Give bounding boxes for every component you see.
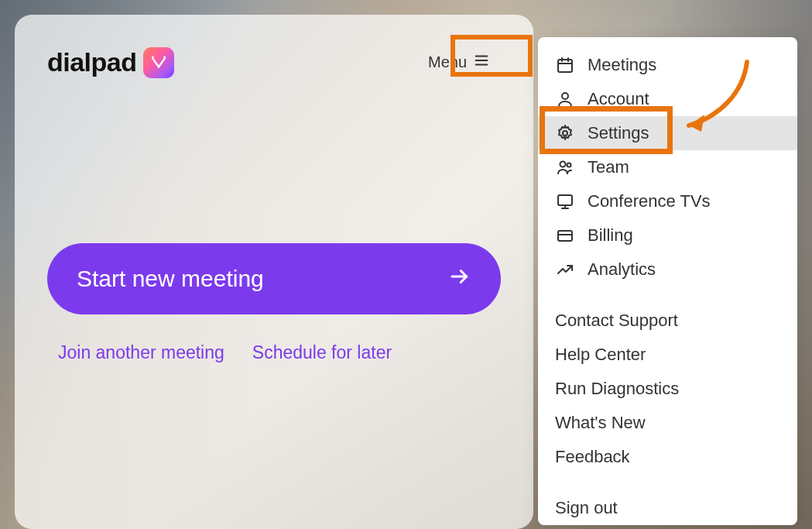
menu-item-label: Run Diagnostics xyxy=(555,379,679,399)
hamburger-icon xyxy=(473,52,490,73)
menu-item-contact-support[interactable]: Contact Support xyxy=(538,304,797,338)
users-icon xyxy=(555,157,575,177)
trend-icon xyxy=(555,259,575,280)
menu-item-whats-new[interactable]: What's New xyxy=(538,406,797,440)
menu-item-label: Help Center xyxy=(555,345,646,365)
menu-item-sign-out[interactable]: Sign out xyxy=(538,491,797,525)
card-icon xyxy=(555,225,575,246)
menu-button-label: Menu xyxy=(428,53,467,71)
start-meeting-label: Start new meeting xyxy=(77,266,264,292)
menu-divider xyxy=(538,287,797,304)
menu-item-label: Analytics xyxy=(588,259,656,280)
svg-rect-6 xyxy=(558,60,572,72)
menu-item-label: Feedback xyxy=(555,447,630,467)
menu-item-label: Settings xyxy=(588,123,649,143)
menu-item-settings[interactable]: Settings xyxy=(538,116,797,150)
user-icon xyxy=(555,89,575,109)
menu-item-feedback[interactable]: Feedback xyxy=(538,440,797,474)
menu-item-conference-tvs[interactable]: Conference TVs xyxy=(538,184,797,218)
logo-text: dialpad xyxy=(47,47,137,77)
menu-item-meetings[interactable]: Meetings xyxy=(538,48,797,82)
menu-item-team[interactable]: Team xyxy=(538,150,797,184)
menu-item-label: Team xyxy=(588,157,629,177)
svg-point-10 xyxy=(562,93,568,99)
gear-icon xyxy=(555,123,575,143)
panel-header: dialpad Menu xyxy=(15,15,533,81)
start-meeting-button[interactable]: Start new meeting xyxy=(47,243,501,314)
menu-item-account[interactable]: Account xyxy=(538,82,797,116)
menu-item-label: Contact Support xyxy=(555,311,678,331)
schedule-later-link[interactable]: Schedule for later xyxy=(252,342,392,363)
logo-badge-icon xyxy=(143,47,174,78)
svg-point-13 xyxy=(567,163,571,167)
arrow-right-icon xyxy=(448,265,471,294)
svg-rect-17 xyxy=(558,231,572,241)
menu-dropdown: Meetings Account Settings Team Conferenc… xyxy=(538,37,797,525)
menu-item-help-center[interactable]: Help Center xyxy=(538,338,797,372)
svg-rect-14 xyxy=(558,195,572,205)
menu-item-label: Account xyxy=(588,89,649,109)
menu-item-label: Billing xyxy=(588,225,633,246)
actions-area: Start new meeting Join another meeting S… xyxy=(15,243,533,363)
menu-item-label: Conference TVs xyxy=(588,191,711,211)
menu-item-label: Meetings xyxy=(588,55,656,75)
menu-button[interactable]: Menu xyxy=(417,44,501,81)
logo: dialpad xyxy=(47,47,174,78)
menu-item-analytics[interactable]: Analytics xyxy=(538,252,797,287)
svg-point-11 xyxy=(563,131,567,136)
menu-divider xyxy=(538,474,797,491)
menu-item-billing[interactable]: Billing xyxy=(538,218,797,252)
menu-item-label: What's New xyxy=(555,413,646,433)
menu-item-label: Sign out xyxy=(555,498,618,518)
main-panel: dialpad Menu Start new meeting xyxy=(15,15,533,529)
svg-point-0 xyxy=(152,56,154,58)
join-meeting-link[interactable]: Join another meeting xyxy=(58,342,224,363)
svg-point-12 xyxy=(560,162,566,167)
monitor-icon xyxy=(555,191,575,211)
svg-point-1 xyxy=(163,56,166,58)
secondary-actions: Join another meeting Schedule for later xyxy=(47,342,501,363)
menu-item-run-diagnostics[interactable]: Run Diagnostics xyxy=(538,372,797,406)
calendar-icon xyxy=(555,55,575,75)
